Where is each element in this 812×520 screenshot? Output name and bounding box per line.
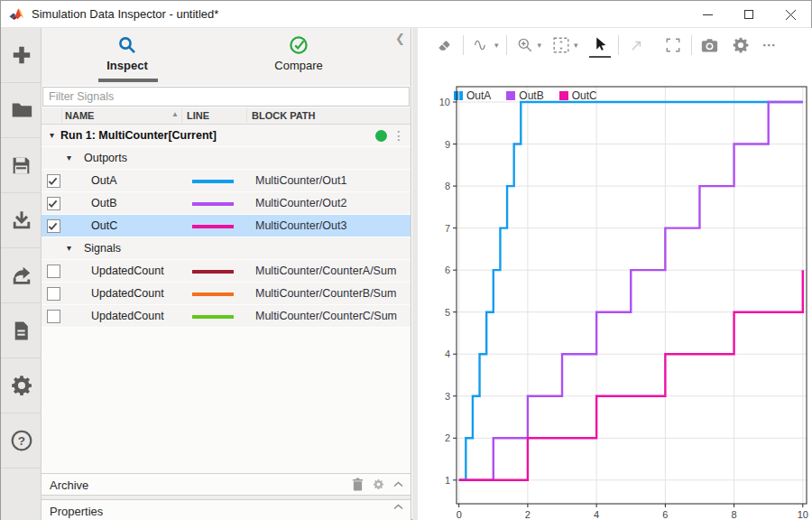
- svg-text:10: 10: [798, 509, 808, 520]
- toolbar-separator: [618, 35, 619, 55]
- signal-row-updatedcount-a[interactable]: UpdatedCount MultiCounter/CounterA/Sum: [42, 260, 411, 283]
- caret-down-icon[interactable]: ▾: [574, 41, 578, 50]
- checkbox-updatedcount-c[interactable]: [47, 310, 60, 323]
- line-swatch: [192, 202, 234, 206]
- run-status-indicator: [375, 130, 387, 142]
- filter-signals-input[interactable]: [42, 87, 410, 107]
- archive-label: Archive: [50, 478, 88, 492]
- plot-settings-icon[interactable]: [730, 32, 752, 58]
- export-icon[interactable]: [1, 248, 42, 303]
- caret-down-icon[interactable]: ▾: [494, 41, 499, 50]
- open-icon[interactable]: [1, 83, 42, 138]
- clear-plot-icon[interactable]: [434, 32, 456, 58]
- properties-bar[interactable]: Properties: [42, 499, 411, 520]
- signal-name: UpdatedCount: [91, 265, 164, 277]
- svg-text:8: 8: [445, 181, 450, 191]
- svg-text:4: 4: [445, 348, 450, 359]
- svg-text:9: 9: [445, 139, 450, 150]
- new-icon[interactable]: [1, 28, 42, 83]
- signal-table: ▾ Run 1: MultiCounter[Current] ⋮ ▾ Outpo…: [42, 125, 411, 328]
- line-swatch: [192, 270, 234, 274]
- line-swatch: [192, 225, 234, 228]
- help-icon[interactable]: ?: [1, 413, 42, 469]
- zoom-in-icon[interactable]: [514, 32, 536, 58]
- simulation-data-inspector-window: Simulation Data Inspector - untitled*: [0, 0, 812, 520]
- toolbar-separator: [506, 35, 507, 55]
- block-path: MultiCounter/CounterB/Sum: [255, 287, 396, 300]
- fullscreen-icon[interactable]: [662, 32, 684, 58]
- trash-icon[interactable]: [352, 478, 364, 491]
- tab-inspect-label: Inspect: [73, 59, 181, 72]
- collapse-run-icon[interactable]: ▾: [50, 130, 54, 140]
- collapse-group-icon[interactable]: ▾: [67, 153, 71, 162]
- pointer-tool-icon[interactable]: [589, 32, 611, 58]
- line-swatch: [192, 315, 234, 319]
- tab-compare[interactable]: Compare: [245, 33, 353, 72]
- plot-area[interactable]: 024681012345678910: [418, 82, 812, 520]
- signal-display-icon[interactable]: [471, 32, 493, 58]
- window-title: Simulation Data Inspector - untitled*: [32, 7, 218, 21]
- signal-row-updatedcount-c[interactable]: UpdatedCount MultiCounter/CounterC/Sum: [42, 305, 411, 328]
- svg-text:6: 6: [445, 265, 450, 275]
- signal-name: OutA: [91, 174, 117, 187]
- archive-bar[interactable]: Archive: [42, 473, 411, 496]
- run-label: Run 1: MultiCounter[Current]: [60, 129, 217, 142]
- import-icon[interactable]: [1, 193, 42, 248]
- svg-text:5: 5: [445, 307, 450, 318]
- signal-name: UpdatedCount: [91, 287, 164, 300]
- fit-to-view-icon[interactable]: [550, 32, 572, 58]
- checkbox-outb[interactable]: [47, 197, 60, 210]
- signal-row-outc[interactable]: OutC MultiCounter/Out3: [42, 215, 411, 237]
- svg-text:?: ?: [17, 434, 24, 448]
- snapshot-camera-icon[interactable]: [699, 32, 721, 58]
- mode-tabs: Inspect Compare ❮: [42, 28, 411, 86]
- chevron-up-icon[interactable]: [393, 481, 403, 488]
- more-options-icon[interactable]: ⋯: [759, 32, 780, 58]
- checkbox-updatedcount-b[interactable]: [47, 287, 60, 301]
- caret-down-icon[interactable]: ▾: [538, 41, 542, 50]
- signal-row-outa[interactable]: OutA MultiCounter/Out1: [42, 170, 411, 192]
- svg-text:1: 1: [445, 475, 450, 486]
- group-row-outports[interactable]: ▾ Outports: [42, 147, 411, 170]
- block-path: MultiCounter/CounterC/Sum: [255, 310, 397, 322]
- save-icon[interactable]: [1, 138, 42, 193]
- open-in-new-window-icon: [626, 32, 648, 58]
- signal-row-outb[interactable]: OutB MultiCounter/Out2: [42, 192, 411, 215]
- checkbox-updatedcount-a[interactable]: [47, 265, 60, 278]
- run-menu-icon[interactable]: ⋮: [392, 126, 405, 145]
- toolbar-separator: [691, 35, 692, 55]
- collapse-group-icon[interactable]: ▾: [67, 243, 71, 253]
- archive-settings-icon[interactable]: [373, 478, 384, 490]
- chevron-up-icon[interactable]: [393, 504, 403, 510]
- tab-compare-label: Compare: [245, 59, 353, 72]
- tab-inspect[interactable]: Inspect: [73, 33, 181, 72]
- block-path: MultiCounter/CounterA/Sum: [255, 265, 396, 277]
- signal-browser-panel: Inspect Compare ❮ NAME ▲ LINE BLOCK PATH: [42, 28, 411, 520]
- properties-label: Properties: [50, 505, 103, 518]
- close-button[interactable]: [770, 1, 811, 28]
- run-row[interactable]: ▾ Run 1: MultiCounter[Current] ⋮: [42, 125, 411, 147]
- column-line[interactable]: LINE: [187, 110, 209, 121]
- checkbox-outc[interactable]: [47, 219, 60, 233]
- signal-name: OutB: [91, 197, 117, 209]
- minimize-button[interactable]: [687, 1, 728, 28]
- plot-panel: ▾ ▾ ▾: [418, 28, 812, 520]
- matlab-logo-icon: [8, 6, 24, 23]
- svg-text:0: 0: [457, 509, 462, 520]
- toolbar-separator: [463, 35, 464, 55]
- column-block-path[interactable]: BLOCK PATH: [252, 110, 315, 121]
- signal-row-updatedcount-b[interactable]: UpdatedCount MultiCounter/CounterB/Sum: [42, 283, 411, 305]
- report-icon[interactable]: [1, 303, 42, 358]
- collapse-panel-icon[interactable]: ❮: [395, 32, 405, 45]
- preferences-icon[interactable]: [1, 358, 42, 413]
- svg-text:4: 4: [594, 509, 599, 520]
- svg-text:8: 8: [732, 509, 737, 520]
- block-path: MultiCounter/Out1: [255, 174, 346, 187]
- checkbox-outa[interactable]: [47, 174, 60, 188]
- block-path: MultiCounter/Out2: [255, 197, 346, 209]
- group-row-signals[interactable]: ▾ Signals: [42, 237, 411, 260]
- maximize-button[interactable]: [728, 1, 770, 28]
- table-header[interactable]: NAME ▲ LINE BLOCK PATH: [42, 107, 411, 125]
- sort-ascending-icon[interactable]: ▲: [171, 110, 179, 118]
- column-name[interactable]: NAME: [65, 110, 94, 121]
